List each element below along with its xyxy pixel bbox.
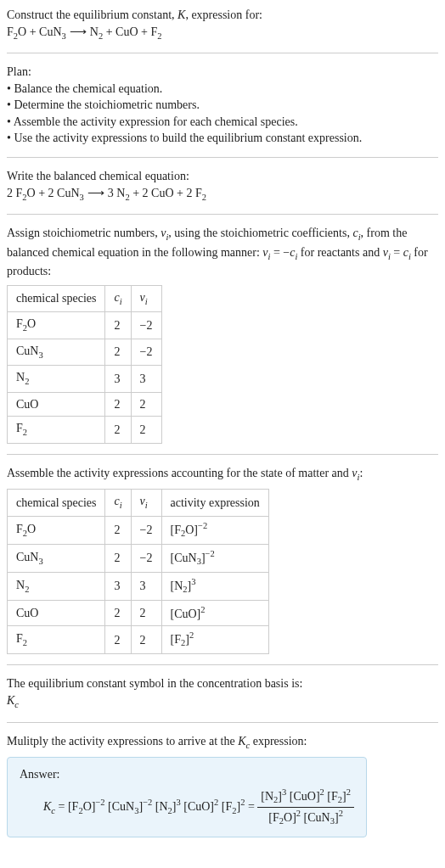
assemble-section: Assemble the activity expressions accoun… <box>7 465 438 655</box>
species-cell: CuN3 <box>8 339 105 365</box>
ci-cell: 2 <box>105 312 131 339</box>
divider <box>7 664 438 665</box>
answer-label: Answer: <box>20 766 354 783</box>
plan-bullet-3: • Assemble the activity expression for e… <box>7 114 438 131</box>
plan-bullet-2: • Determine the stoichiometric numbers. <box>7 97 438 114</box>
table-header-species: chemical species <box>8 285 105 311</box>
table-header-ci: ci <box>105 490 131 516</box>
nui-cell: 2 <box>131 417 161 443</box>
divider <box>7 53 438 53</box>
nui-cell: −2 <box>131 544 161 572</box>
balanced-title: Write the balanced chemical equation: <box>7 168 438 185</box>
plan-bullet-1: • Balance the chemical equation. <box>7 81 438 98</box>
ci-cell: 2 <box>105 339 131 365</box>
answer-equation: Kc = [F2O]−2 [CuN3]−2 [N2]3 [CuO]2 [F2]2… <box>43 787 354 828</box>
nui-cell: 2 <box>131 601 161 626</box>
activity-cell: [F2O]−2 <box>161 516 268 544</box>
ci-cell: 3 <box>105 572 131 600</box>
table-row: F2O 2 −2 <box>8 312 162 339</box>
table-row: CuO 2 2 [CuO]2 <box>8 601 269 626</box>
multiply-section: Mulitply the activity expressions to arr… <box>7 733 438 837</box>
activity-cell: [CuN3]−2 <box>161 544 268 572</box>
nui-cell: 3 <box>131 572 161 600</box>
species-cell: CuN3 <box>8 544 105 572</box>
nui-cell: −2 <box>131 339 161 365</box>
species-cell: N2 <box>8 572 105 600</box>
table-row: F2 2 2 [F2]2 <box>8 626 269 654</box>
prompt: Construct the equilibrium constant, K, e… <box>7 7 438 42</box>
ci-cell: 2 <box>105 392 131 417</box>
balanced-section: Write the balanced chemical equation: 2 … <box>7 168 438 204</box>
table-row: CuN3 2 −2 [CuN3]−2 <box>8 544 269 572</box>
table-header-row: chemical species ci νi <box>8 285 162 311</box>
nui-cell: 2 <box>131 392 161 417</box>
species-cell: F2 <box>8 417 105 443</box>
table-header-nui: νi <box>131 490 161 516</box>
ci-cell: 2 <box>105 544 131 572</box>
activity-cell: [CuO]2 <box>161 601 268 626</box>
unbalanced-equation: F2O + CuN3 ⟶ N2 + CuO + F2 <box>7 25 161 38</box>
table-header-species: chemical species <box>8 490 105 516</box>
plan-title: Plan: <box>7 64 438 81</box>
nui-cell: 3 <box>131 366 161 392</box>
table-header-activity: activity expression <box>161 490 268 516</box>
nui-cell: 2 <box>131 626 161 654</box>
divider <box>7 157 438 158</box>
plan-section: Plan: • Balance the chemical equation. •… <box>7 64 438 147</box>
table-header-nui: νi <box>131 285 161 311</box>
table-row: CuO 2 2 <box>8 392 162 417</box>
ci-cell: 2 <box>105 601 131 626</box>
plan-bullet-4: • Use the activity expressions to build … <box>7 130 438 147</box>
answer-box: Answer: Kc = [F2O]−2 [CuN3]−2 [N2]3 [CuO… <box>7 757 367 837</box>
species-cell: F2O <box>8 516 105 544</box>
prompt-K: K <box>177 8 185 21</box>
symbol-kc: Kc <box>7 692 438 711</box>
divider <box>7 214 438 215</box>
balanced-equation: 2 F2O + 2 CuN3 ⟶ 3 N2 + 2 CuO + 2 F2 <box>7 187 206 199</box>
table-header-ci: ci <box>105 285 131 311</box>
prompt-text-1b: , expression for: <box>185 8 262 21</box>
divider <box>7 454 438 455</box>
table-row: F2O 2 −2 [F2O]−2 <box>8 516 269 544</box>
table-row: N2 3 3 [N2]3 <box>8 572 269 600</box>
species-cell: CuO <box>8 392 105 417</box>
activity-cell: [N2]3 <box>161 572 268 600</box>
activity-table: chemical species ci νi activity expressi… <box>7 489 269 654</box>
species-cell: F2O <box>8 312 105 339</box>
product-1: N2 <box>90 25 103 38</box>
table-row: F2 2 2 <box>8 417 162 443</box>
species-cell: F2 <box>8 626 105 654</box>
assign-section: Assign stoichiometric numbers, νi, using… <box>7 225 438 444</box>
species-cell: N2 <box>8 366 105 392</box>
species-cell: CuO <box>8 601 105 626</box>
nui-cell: −2 <box>131 516 161 544</box>
fraction-denominator: [F2O]2 [CuN3]2 <box>257 808 354 828</box>
ci-cell: 2 <box>105 516 131 544</box>
ci-cell: 2 <box>105 626 131 654</box>
table-row: CuN3 2 −2 <box>8 339 162 365</box>
nui-cell: −2 <box>131 312 161 339</box>
symbol-section: The equilibrium constant symbol in the c… <box>7 675 438 711</box>
reaction-arrow: ⟶ <box>70 24 87 41</box>
table-row: N2 3 3 <box>8 366 162 392</box>
prompt-text-1: Construct the equilibrium constant, <box>7 8 177 21</box>
table-header-row: chemical species ci νi activity expressi… <box>8 490 269 516</box>
fraction-numerator: [N2]3 [CuO]2 [F2]2 <box>257 787 354 808</box>
answer-fraction: [N2]3 [CuO]2 [F2]2 [F2O]2 [CuN3]2 <box>257 787 354 828</box>
ci-cell: 2 <box>105 417 131 443</box>
product-3: F2 <box>150 25 161 38</box>
stoichiometry-table: chemical species ci νi F2O 2 −2 CuN3 2 −… <box>7 285 162 444</box>
product-2: CuO <box>115 25 138 38</box>
reactant-1: F2O <box>7 25 26 38</box>
reactant-2: CuN3 <box>39 25 66 38</box>
activity-cell: [F2]2 <box>161 626 268 654</box>
ci-cell: 3 <box>105 366 131 392</box>
divider <box>7 722 438 723</box>
symbol-text: The equilibrium constant symbol in the c… <box>7 675 438 692</box>
